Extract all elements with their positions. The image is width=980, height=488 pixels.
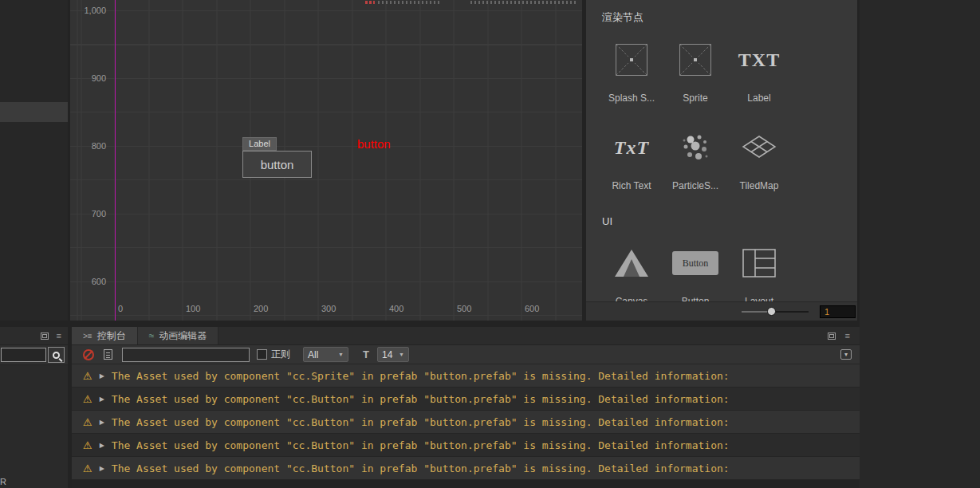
expand-arrow-icon[interactable]: ▶ [100,442,104,449]
y-axis-label: 800 [70,141,106,151]
warning-icon: ⚠ [83,439,92,451]
animation-wave-icon: ≈ [149,330,155,341]
asset-item-layout[interactable]: Layout [729,243,789,307]
bottom-left-panel-header: ≡ [0,327,68,345]
x-axis-label: 100 [186,304,200,313]
search-input[interactable] [1,348,46,362]
y-axis-label: 600 [70,277,106,286]
tab-label: 控制台 [97,329,126,343]
asset-item-label: Rich Text [601,180,662,191]
sprite-frame-icon [601,40,662,80]
warning-icon: ⚠ [83,393,92,405]
log-level-value: All [308,349,318,360]
log-text: The Asset used by component "cc.Sprite" … [112,370,730,382]
console-tab-bar: >≡ 控制台 ≈ 动画编辑器 ≡ [72,327,860,345]
console-icon: >≡ [83,332,92,340]
scene-origin-axis [115,0,116,321]
canvas-icon [601,243,662,283]
log-text: The Asset used by component "cc.Button" … [112,462,730,474]
float-panel-icon[interactable] [41,333,49,340]
expand-arrow-icon[interactable]: ▶ [100,396,104,403]
panel-menu-icon[interactable]: ≡ [845,332,850,340]
float-panel-icon[interactable] [828,333,836,340]
asset-item-button[interactable]: Button Button [665,243,726,307]
warning-icon: ⚠ [83,416,92,428]
console-toolbar: 正则 All ▼ T 14 ▼ ▾ [72,345,860,364]
zoom-value-field[interactable]: 1 [820,305,856,318]
expand-arrow-icon[interactable]: ▶ [100,419,104,426]
expand-arrow-icon[interactable]: ▶ [100,372,104,380]
search-icon [53,352,60,359]
asset-item-splash-screen[interactable]: Splash S... [601,40,662,104]
x-axis-label: 300 [321,304,336,313]
zoom-slider-handle[interactable] [767,307,776,316]
regex-checkbox[interactable] [257,349,267,360]
x-axis-label: 0 [118,304,123,313]
font-size-icon: T [363,348,369,360]
log-text: The Asset used by component "cc.Button" … [112,393,730,405]
console-filter-input[interactable] [122,348,250,362]
clipped-gizmo-text [378,1,440,4]
rich-text-icon: TxT [614,137,649,159]
asset-item-label: Sprite [665,92,726,104]
console-panel: >≡ 控制台 ≈ 动画编辑器 ≡ 正则 All ▼ T 14 ▼ ▾ ⚠ ▶ T… [72,327,860,488]
log-row[interactable]: ⚠ ▶ The Asset used by component "cc.Butt… [72,457,860,480]
regex-label: 正则 [271,348,290,361]
x-axis-label: 500 [457,304,471,313]
font-size-dropdown[interactable]: 14 ▼ [377,347,409,362]
expand-arrow-icon[interactable]: ▶ [100,465,104,472]
asset-item-label: TiledMap [729,180,789,191]
asset-item-particle-system[interactable]: ParticleS... [665,128,726,191]
log-level-dropdown[interactable]: All ▼ [303,347,348,362]
log-text: The Asset used by component "cc.Button" … [112,416,730,428]
chevron-down-icon: ▼ [338,352,344,357]
log-row[interactable]: ⚠ ▶ The Asset used by component "cc.Butt… [72,434,860,457]
tab-label: 动画编辑器 [159,329,207,343]
open-log-file-icon[interactable] [104,349,112,360]
asset-item-rich-text[interactable]: TxT Rich Text [601,128,662,191]
asset-item-label: ParticleS... [665,180,726,191]
collapse-panel-icon[interactable]: ▾ [840,349,852,360]
left-cropped-panel [0,0,68,321]
button-node[interactable]: button [242,151,312,178]
panel-menu-icon[interactable]: ≡ [57,332,61,340]
log-row[interactable]: ⚠ ▶ The Asset used by component "cc.Butt… [72,388,860,411]
label-txt-icon: TXT [738,49,780,71]
node-name-tag[interactable]: Label [242,137,277,151]
clipped-gizmo-text [365,1,375,4]
tab-animation-editor[interactable]: ≈ 动画编辑器 [138,327,219,344]
chevron-down-icon: ▼ [399,352,404,357]
search-button[interactable] [48,347,65,363]
y-axis-label: 700 [70,209,106,218]
node-library-footer: 1 [586,301,857,321]
ui-section-title: UI [602,215,612,227]
log-row[interactable]: ⚠ ▶ The Asset used by component "cc.Spri… [72,364,860,388]
log-row[interactable]: ⚠ ▶ The Asset used by component "cc.Butt… [72,411,860,434]
scene-view[interactable]: 1,000 900 800 700 600 0 100 200 300 400 … [70,0,582,321]
empty-dock-area [860,0,980,488]
warning-icon: ⚠ [83,462,92,474]
bottom-left-cropped-panel: ≡ R [0,327,68,488]
font-size-value: 14 [382,349,392,360]
asset-item-tiledmap[interactable]: TiledMap [729,128,789,191]
asset-item-label-node[interactable]: TXT Label [729,40,789,104]
left-panel-highlight-row[interactable] [0,102,68,122]
bottom-left-toolbar [0,345,68,365]
clear-console-icon[interactable] [83,349,94,360]
layout-icon [729,243,789,283]
asset-item-sprite[interactable]: Sprite [665,40,726,104]
clipped-partial-text: R [0,477,6,486]
render-nodes-section-title: 渲染节点 [602,10,643,25]
asset-item-label: Label [729,92,789,104]
y-axis-label: 900 [70,73,106,83]
x-axis-label: 400 [389,304,403,313]
asset-item-canvas[interactable]: Canvas [601,243,662,307]
tiledmap-icon [729,128,789,167]
tab-console[interactable]: >≡ 控制台 [72,327,138,344]
console-bottom-strip [72,480,860,488]
sprite-frame-icon [665,40,726,80]
label-node-text[interactable]: button [357,137,391,151]
asset-item-label: Splash S... [601,92,662,104]
button-icon: Button [672,251,718,275]
clipped-gizmo-text [470,1,577,4]
